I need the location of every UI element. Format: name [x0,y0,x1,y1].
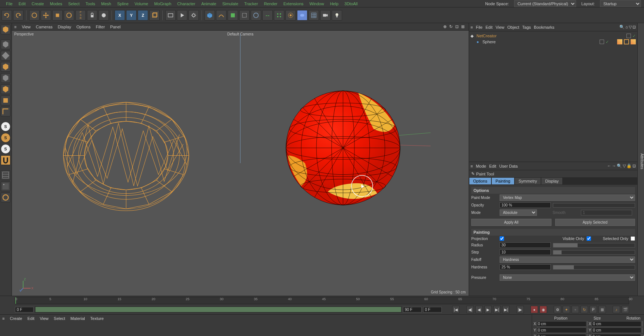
move-tool-button[interactable] [41,10,51,21]
lock-icon[interactable]: 🔒 [626,164,632,168]
goto-end-button[interactable]: ▶| [502,306,510,313]
tab-painting[interactable]: Painting [491,177,515,185]
filter-icon[interactable]: ▽ [623,164,626,168]
psr-button[interactable]: PSR [75,10,86,21]
layout-select[interactable]: Startup [600,0,641,7]
enable-toggle[interactable]: ✓ [606,40,609,44]
size-z-input[interactable] [591,334,641,336]
opacity-input[interactable] [500,202,551,208]
timeline-range-bar[interactable] [35,307,401,312]
menu-mograph[interactable]: MoGraph [151,1,174,6]
mode-button-2[interactable] [1,51,10,60]
render-settings-button[interactable] [188,10,199,21]
play-button[interactable]: ▶ [484,306,492,313]
tag-icon-3[interactable] [631,39,636,44]
mat-menu-edit[interactable]: Edit [27,316,34,321]
obj-menu-object[interactable]: Object [507,25,519,29]
hardness-slider[interactable] [553,265,635,270]
workplane-button-1[interactable] [1,170,10,180]
menu-animate[interactable]: Animate [198,1,219,6]
tag-icon-1[interactable] [617,39,622,44]
rotate-tool-button[interactable] [64,10,74,21]
step-slider[interactable] [553,250,635,255]
menu-extensions[interactable]: Extensions [280,1,306,6]
mat-menu-material[interactable]: Material [71,316,85,321]
menu-3dtoall[interactable]: 3DtoAll [341,1,360,6]
hamburger-icon[interactable]: ≡ [471,164,473,168]
prev-key-button[interactable]: ◀| [466,306,474,313]
magnet-button[interactable] [1,155,10,165]
object-row-sphere[interactable]: ● Sphere ✓ [471,39,636,45]
visibility-toggle[interactable] [600,40,604,44]
vp-nav-icon-4[interactable]: ⊞ [461,24,466,29]
next-key-button[interactable]: |▶ [516,306,524,313]
mat-menu-texture[interactable]: Texture [90,316,104,321]
right-strip-tabs[interactable]: Attributes [637,23,644,296]
home-icon[interactable]: ⌂ [625,25,628,29]
hamburger-icon[interactable]: ≡ [2,316,4,321]
lock-axis-button[interactable] [87,10,97,21]
menu-mesh[interactable]: Mesh [98,1,114,6]
tag-icon-2[interactable] [624,39,629,44]
visibility-toggle[interactable] [626,34,631,38]
menu-volume[interactable]: Volume [132,1,151,6]
cube-primitive-button[interactable] [204,10,215,21]
tab-symmetry[interactable]: Symmetry [515,177,541,185]
play-back-button[interactable]: ◀ [475,306,483,313]
enable-toggle[interactable]: ✓ [632,34,636,38]
mode-button-6[interactable] [1,96,10,105]
redo-button[interactable] [13,10,24,21]
timeline-ruler[interactable]: 051015202530354045505560657075808590 [15,297,629,304]
menu-create[interactable]: Create [29,1,47,6]
attr-menu-edit[interactable]: Edit [489,164,496,168]
hamburger-icon[interactable]: ≡ [14,25,16,29]
workplane-button-2[interactable] [1,181,10,191]
field-button[interactable] [285,10,296,21]
size-x-input[interactable] [592,321,641,327]
menu-window[interactable]: Window [306,1,327,6]
object-row-netcreator[interactable]: ◆ NetCreator ✓ [471,33,636,39]
spinner[interactable] [642,327,643,333]
menu-simulate[interactable]: Simulate [219,1,241,6]
record-button[interactable]: ● [531,306,538,313]
spinner[interactable] [642,334,643,336]
filter-icon[interactable]: ▽ [629,25,632,29]
brush-tool-button[interactable] [99,10,109,21]
key-settings-button[interactable]: ⚙ [554,306,561,313]
menu-spline[interactable]: Spline [114,1,132,6]
camera-button[interactable] [320,10,331,21]
node-space-select[interactable]: Current (Standard/Physical) [514,0,576,7]
deformer-button[interactable] [239,10,250,21]
autokey-button[interactable]: ◉ [540,306,547,313]
model-mode-button[interactable] [1,25,10,34]
mat-menu-view[interactable]: View [40,316,49,321]
obj-menu-bookmarks[interactable]: Bookmarks [534,25,554,29]
menu-edit[interactable]: Edit [16,1,29,6]
undo-button[interactable] [1,10,12,21]
viewport[interactable]: Perspective Default Camera Grid Spacing … [12,31,469,296]
vp-menu-filter[interactable]: Filter [96,25,105,29]
attr-menu-userdata[interactable]: User Data [499,164,518,168]
mode-button-5[interactable] [1,84,10,94]
pos-z-input[interactable] [537,334,586,336]
back-icon[interactable]: ← [607,164,611,168]
key-scale-button[interactable]: ▫ [572,306,579,313]
start-frame-input[interactable] [15,307,34,312]
spinner[interactable] [642,321,643,327]
x-axis-button[interactable]: X [115,10,125,21]
volume-button[interactable] [262,10,273,21]
size-y-input[interactable] [592,327,641,333]
hamburger-icon[interactable]: ≡ [471,25,473,29]
workplane-button-3[interactable] [1,193,10,202]
key-pla-button[interactable]: ⊞ [598,306,606,313]
tab-options[interactable]: Options [469,177,491,185]
world-axis-button[interactable] [149,10,160,21]
sound-button[interactable]: ♪ [613,306,620,313]
attr-menu-mode[interactable]: Mode [476,164,486,168]
mode-button-4[interactable] [1,73,10,83]
render-button[interactable] [177,10,187,21]
z-axis-button[interactable]: Z [138,10,148,21]
spinner[interactable] [587,334,588,336]
vp-menu-cameras[interactable]: Cameras [36,25,53,29]
menu-render[interactable]: Render [261,1,280,6]
